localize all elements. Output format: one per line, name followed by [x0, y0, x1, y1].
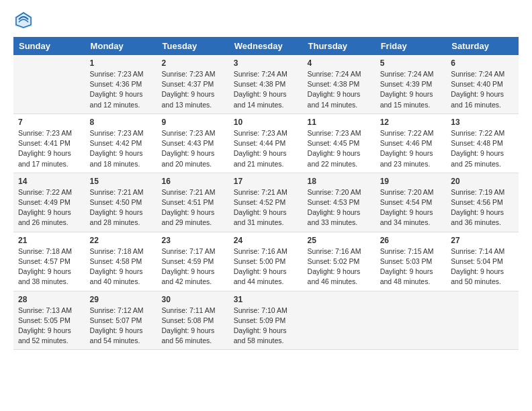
day-number: 25: [308, 236, 371, 245]
sunset: Sunset: 4:43 PM: [162, 139, 214, 147]
calendar-cell: 31Sunrise: 7:10 AMSunset: 5:09 PMDayligh…: [229, 291, 303, 350]
header-row: SundayMondayTuesdayWednesdayThursdayFrid…: [13, 37, 519, 55]
cell-content: Sunrise: 7:21 AMSunset: 4:52 PMDaylight:…: [234, 187, 298, 228]
logo: [13, 10, 36, 30]
weekday-header: Wednesday: [229, 37, 303, 55]
weekday-header: Friday: [375, 37, 447, 55]
daylight: Daylight: 9 hours and 42 minutes.: [162, 267, 215, 285]
day-number: 26: [380, 236, 442, 245]
daylight: Daylight: 9 hours and 52 minutes.: [18, 326, 71, 345]
sunset: Sunset: 5:08 PM: [162, 316, 214, 324]
cell-content: Sunrise: 7:23 AMSunset: 4:43 PMDaylight:…: [162, 128, 224, 169]
cell-content: Sunrise: 7:21 AMSunset: 4:51 PMDaylight:…: [162, 187, 224, 228]
calendar-cell: 13Sunrise: 7:22 AMSunset: 4:48 PMDayligh…: [446, 113, 519, 173]
calendar-week-row: 7Sunrise: 7:23 AMSunset: 4:41 PMDaylight…: [13, 113, 519, 173]
calendar-cell: 20Sunrise: 7:19 AMSunset: 4:56 PMDayligh…: [446, 173, 519, 232]
calendar-cell: 21Sunrise: 7:18 AMSunset: 4:57 PMDayligh…: [13, 232, 85, 291]
sunrise: Sunrise: 7:22 AM: [18, 188, 72, 196]
cell-content: Sunrise: 7:16 AMSunset: 5:00 PMDaylight:…: [234, 246, 298, 287]
day-number: 16: [162, 177, 224, 186]
sunrise: Sunrise: 7:24 AM: [234, 70, 287, 78]
day-number: 30: [162, 295, 224, 304]
sunrise: Sunrise: 7:23 AM: [18, 129, 72, 137]
sunset: Sunset: 4:59 PM: [162, 257, 214, 265]
sunrise: Sunrise: 7:16 AM: [234, 247, 287, 255]
cell-content: Sunrise: 7:23 AMSunset: 4:37 PMDaylight:…: [162, 69, 224, 110]
calendar-week-row: 1Sunrise: 7:23 AMSunset: 4:36 PMDaylight…: [13, 55, 519, 113]
calendar-cell: 10Sunrise: 7:23 AMSunset: 4:44 PMDayligh…: [229, 113, 303, 173]
day-number: 20: [451, 177, 514, 186]
cell-content: Sunrise: 7:13 AMSunset: 5:05 PMDaylight:…: [18, 306, 81, 347]
sunrise: Sunrise: 7:22 AM: [380, 129, 434, 137]
cell-content: Sunrise: 7:12 AMSunset: 5:07 PMDaylight:…: [90, 306, 152, 347]
daylight: Daylight: 9 hours and 36 minutes.: [451, 208, 504, 226]
cell-content: Sunrise: 7:24 AMSunset: 4:39 PMDaylight:…: [380, 69, 442, 110]
sunrise: Sunrise: 7:14 AM: [451, 247, 504, 255]
cell-content: Sunrise: 7:24 AMSunset: 4:40 PMDaylight:…: [451, 69, 514, 110]
sunrise: Sunrise: 7:23 AM: [162, 129, 216, 137]
day-number: 13: [451, 118, 514, 127]
sunset: Sunset: 4:38 PM: [308, 80, 360, 88]
calendar-cell: 30Sunrise: 7:11 AMSunset: 5:08 PMDayligh…: [157, 291, 229, 350]
calendar-cell: 3Sunrise: 7:24 AMSunset: 4:38 PMDaylight…: [229, 55, 303, 113]
sunrise: Sunrise: 7:11 AM: [162, 306, 216, 314]
day-number: 23: [162, 236, 224, 245]
daylight: Daylight: 9 hours and 48 minutes.: [380, 267, 433, 285]
daylight: Daylight: 9 hours and 12 minutes.: [90, 90, 143, 108]
cell-content: Sunrise: 7:10 AMSunset: 5:09 PMDaylight:…: [234, 306, 298, 347]
sunset: Sunset: 4:57 PM: [18, 257, 71, 265]
day-number: 22: [90, 236, 152, 245]
day-number: 10: [234, 118, 298, 127]
day-number: 28: [18, 295, 81, 304]
sunset: Sunset: 4:40 PM: [451, 80, 503, 88]
daylight: Daylight: 9 hours and 16 minutes.: [451, 90, 504, 108]
sunset: Sunset: 4:49 PM: [18, 198, 71, 206]
daylight: Daylight: 9 hours and 54 minutes.: [90, 326, 143, 345]
calendar-cell: 15Sunrise: 7:21 AMSunset: 4:50 PMDayligh…: [85, 173, 157, 232]
calendar-cell: 27Sunrise: 7:14 AMSunset: 5:04 PMDayligh…: [446, 232, 519, 291]
sunset: Sunset: 4:53 PM: [308, 198, 360, 206]
daylight: Daylight: 9 hours and 28 minutes.: [90, 208, 143, 226]
sunrise: Sunrise: 7:20 AM: [380, 188, 434, 196]
sunset: Sunset: 5:09 PM: [234, 316, 286, 324]
sunset: Sunset: 4:45 PM: [308, 139, 360, 147]
calendar-cell: [446, 291, 519, 350]
sunset: Sunset: 4:51 PM: [162, 198, 214, 206]
day-number: 3: [234, 58, 298, 68]
cell-content: Sunrise: 7:17 AMSunset: 4:59 PMDaylight:…: [162, 246, 224, 287]
daylight: Daylight: 9 hours and 20 minutes.: [162, 149, 215, 167]
calendar-cell: 14Sunrise: 7:22 AMSunset: 4:49 PMDayligh…: [13, 173, 85, 232]
svg-marker-0: [15, 11, 32, 29]
sunrise: Sunrise: 7:23 AM: [234, 129, 287, 137]
calendar-cell: 23Sunrise: 7:17 AMSunset: 4:59 PMDayligh…: [157, 232, 229, 291]
day-number: 2: [162, 58, 224, 68]
daylight: Daylight: 9 hours and 14 minutes.: [308, 90, 361, 108]
day-number: 15: [90, 177, 152, 186]
sunrise: Sunrise: 7:24 AM: [451, 70, 504, 78]
daylight: Daylight: 9 hours and 22 minutes.: [308, 149, 361, 167]
day-number: 29: [90, 295, 152, 304]
sunrise: Sunrise: 7:16 AM: [308, 247, 361, 255]
calendar-cell: 2Sunrise: 7:23 AMSunset: 4:37 PMDaylight…: [157, 55, 229, 113]
daylight: Daylight: 9 hours and 25 minutes.: [451, 149, 504, 167]
cell-content: Sunrise: 7:21 AMSunset: 4:50 PMDaylight:…: [90, 187, 152, 228]
calendar-table: SundayMondayTuesdayWednesdayThursdayFrid…: [13, 37, 519, 350]
daylight: Daylight: 9 hours and 15 minutes.: [380, 90, 433, 108]
daylight: Daylight: 9 hours and 29 minutes.: [162, 208, 215, 226]
sunset: Sunset: 5:00 PM: [234, 257, 286, 265]
daylight: Daylight: 9 hours and 21 minutes.: [234, 149, 287, 167]
daylight: Daylight: 9 hours and 40 minutes.: [90, 267, 143, 285]
sunset: Sunset: 4:42 PM: [90, 139, 142, 147]
daylight: Daylight: 9 hours and 44 minutes.: [234, 267, 287, 285]
calendar-cell: 7Sunrise: 7:23 AMSunset: 4:41 PMDaylight…: [13, 113, 85, 173]
sunset: Sunset: 4:39 PM: [380, 80, 433, 88]
sunset: Sunset: 4:36 PM: [90, 80, 142, 88]
day-number: 7: [18, 118, 81, 127]
calendar-cell: 4Sunrise: 7:24 AMSunset: 4:38 PMDaylight…: [303, 55, 375, 113]
sunrise: Sunrise: 7:18 AM: [18, 247, 72, 255]
cell-content: Sunrise: 7:20 AMSunset: 4:53 PMDaylight:…: [308, 187, 371, 228]
weekday-header: Thursday: [303, 37, 375, 55]
cell-content: Sunrise: 7:11 AMSunset: 5:08 PMDaylight:…: [162, 306, 224, 347]
sunset: Sunset: 4:52 PM: [234, 198, 286, 206]
calendar-cell: 28Sunrise: 7:13 AMSunset: 5:05 PMDayligh…: [13, 291, 85, 350]
